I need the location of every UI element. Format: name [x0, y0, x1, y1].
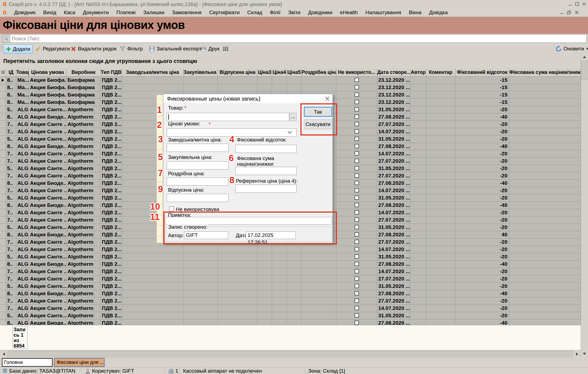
not-used-checkbox[interactable]	[355, 232, 359, 237]
not-used-checkbox[interactable]	[355, 151, 359, 156]
table-row[interactable]: 7..ALG...Акция Санте ...AlgothermПДВ 2..…	[0, 246, 581, 253]
table-row[interactable]: 5..ALG...Акция Санте...AlgothermПДВ 2...…	[0, 253, 581, 261]
mdi-close-icon[interactable]	[575, 10, 579, 15]
column-header[interactable]: Фіксована сума націнки/знижки	[509, 69, 581, 76]
add-button[interactable]: Додати	[4, 44, 33, 54]
column-header[interactable]: Відпускна ціна	[218, 69, 257, 76]
menu-item-6[interactable]: Залишки	[139, 10, 168, 16]
horizontal-scrollbar[interactable]	[0, 350, 581, 358]
maximize-icon[interactable]	[575, 2, 580, 7]
chevron-down-icon[interactable]	[287, 131, 292, 134]
menu-item-13[interactable]: eHealth	[336, 10, 362, 16]
table-row[interactable]: 5..ALG...Акция Санте...AlgothermПДВ 2...…	[0, 312, 581, 319]
not-used-checkbox[interactable]	[355, 276, 359, 281]
minimize-icon[interactable]	[568, 2, 573, 7]
not-used-checkbox[interactable]	[355, 181, 359, 185]
scroll-up-icon[interactable]	[581, 53, 588, 61]
table-row[interactable]: 7..ALG...Акция Санте ...AlgothermПДВ 2..…	[0, 305, 581, 312]
column-header[interactable]: Автор	[410, 69, 426, 76]
mdi-restore-icon[interactable]	[567, 10, 571, 15]
vertical-scroll-thumb[interactable]	[581, 61, 588, 80]
factory-price-input[interactable]	[167, 144, 229, 152]
not-used-checkbox[interactable]	[355, 195, 359, 200]
dialog-close-icon[interactable]	[325, 96, 330, 101]
column-header[interactable]: Заводська/митна ціна	[122, 69, 184, 76]
tab-fixed-prices[interactable]: Фіксовані ціни для ...	[54, 358, 105, 367]
search-icon[interactable]	[2, 35, 10, 42]
column-header[interactable]: Не використо...	[336, 69, 377, 76]
not-used-checkbox[interactable]	[355, 291, 359, 295]
close-icon[interactable]	[582, 2, 587, 7]
refresh-dropdown-icon[interactable]	[586, 48, 588, 50]
scroll-left-icon[interactable]	[0, 351, 7, 358]
reference-price-input[interactable]	[235, 185, 297, 193]
mdi-minimize-icon[interactable]	[560, 10, 564, 15]
fixed-sum-input[interactable]	[235, 167, 297, 175]
export-button[interactable]: Загальний експорт	[147, 44, 204, 53]
delete-row-button[interactable]: Видалити рядок	[69, 44, 119, 53]
not-used-checkbox[interactable]	[355, 188, 359, 192]
not-used-checkbox[interactable]	[355, 144, 359, 148]
menu-item-14[interactable]: Налаштування	[362, 10, 405, 16]
not-used-checkbox[interactable]	[355, 210, 359, 215]
row-selector-header-icon[interactable]	[0, 69, 6, 76]
column-header[interactable]: Закупівельна ...	[184, 69, 218, 76]
column-header[interactable]: ІД	[6, 69, 16, 76]
table-row[interactable]: 8..Ма...Акция Биофа...БиофармаПДВ 2...23…	[0, 84, 581, 91]
menu-item-1[interactable]: Довідник	[10, 10, 39, 16]
tab-home[interactable]: Головна	[2, 358, 53, 367]
not-used-checkbox[interactable]	[355, 269, 359, 273]
print-button[interactable]: Друк	[198, 44, 222, 53]
refresh-button[interactable]: Оновити	[553, 44, 588, 53]
scroll-right-icon[interactable]	[573, 351, 581, 358]
not-used-checkbox[interactable]	[355, 159, 359, 163]
column-header[interactable]: Цінова умова	[29, 69, 66, 76]
menu-item-5[interactable]: Платежі	[112, 10, 139, 16]
menu-item-2[interactable]: Вихід	[39, 10, 60, 16]
not-used-checkbox[interactable]	[355, 78, 359, 82]
menu-item-9[interactable]: Склад	[243, 10, 266, 16]
group-by-area[interactable]: Перетягніть заголовок колонки сюди для у…	[0, 55, 588, 69]
not-used-checkbox[interactable]	[355, 313, 359, 318]
table-row[interactable]: 8..ALG...Акция Биоде...AlgothermПДВ 2...…	[0, 290, 581, 297]
menu-item-8[interactable]: Сертифікати	[205, 10, 243, 16]
horizontal-scroll-thumb[interactable]	[8, 351, 574, 358]
menu-item-4[interactable]: Документи	[79, 10, 112, 16]
menu-item-15[interactable]: Вікна	[405, 10, 425, 16]
column-header[interactable]: Ціна3	[257, 69, 272, 76]
not-used-checkbox[interactable]	[355, 306, 359, 310]
not-used-checkbox[interactable]	[355, 92, 359, 97]
not-used-checkbox[interactable]	[355, 225, 359, 229]
menu-item-16[interactable]: Довідка	[425, 10, 451, 16]
menu-item-10[interactable]: Філії	[266, 10, 284, 16]
fixed-percent-input[interactable]	[235, 145, 297, 153]
not-used-checkbox[interactable]	[355, 298, 359, 303]
selling-price-input[interactable]	[167, 194, 229, 202]
menu-item-11[interactable]: Звіти	[284, 10, 304, 16]
not-used-checkbox[interactable]	[355, 173, 359, 178]
not-used-checkbox[interactable]	[355, 254, 359, 259]
menu-item-3[interactable]: Каса	[60, 10, 79, 16]
table-row[interactable]: 8..ALG...Акция Биоде...AlgothermПДВ 2...…	[0, 319, 581, 325]
not-used-checkbox[interactable]	[355, 107, 359, 111]
column-header[interactable]: Товар	[16, 69, 29, 76]
column-header[interactable]: Ціна4	[272, 69, 287, 76]
not-used-checkbox[interactable]	[355, 262, 359, 266]
tovar-input[interactable]	[167, 113, 289, 121]
table-row[interactable]: 7..ALG...Акция Санте ...AlgothermПДВ 2..…	[0, 297, 581, 305]
not-used-checkbox[interactable]	[355, 240, 359, 244]
table-row[interactable]: 8..Ма...Акция Биофа...БиофармаПДВ 2...23…	[0, 77, 581, 84]
not-used-checkbox[interactable]	[355, 137, 359, 141]
not-used-checkbox[interactable]	[355, 284, 359, 288]
not-used-checkbox[interactable]	[355, 203, 359, 207]
column-header[interactable]: Роздрібна ціна	[301, 69, 336, 76]
columns-icon[interactable]	[223, 46, 229, 52]
retail-price-input[interactable]	[167, 177, 229, 186]
not-used-checkbox[interactable]	[355, 85, 359, 89]
menu-item-7[interactable]: Замовлення	[168, 10, 205, 16]
column-header[interactable]: Виробник	[66, 69, 101, 76]
not-used-checkbox[interactable]	[355, 100, 359, 104]
not-used-checkbox[interactable]	[355, 122, 359, 126]
not-used-checkbox[interactable]	[169, 206, 174, 211]
table-row[interactable]: 5..ALG...Акция Санте...AlgothermПДВ 2...…	[0, 283, 581, 290]
